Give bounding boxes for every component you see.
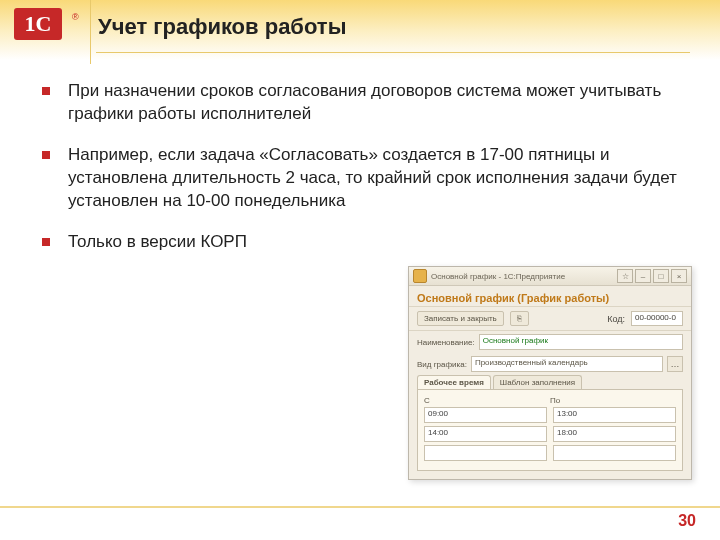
col-from: С xyxy=(424,396,550,405)
bullet-icon xyxy=(42,151,50,159)
time-to-input[interactable]: 18:00 xyxy=(553,426,676,442)
tabs: Рабочее время Шаблон заполнения xyxy=(409,375,691,389)
bullet-list: При назначении сроков согласования догов… xyxy=(42,80,690,254)
code-field[interactable]: 00-00000-0 xyxy=(631,311,683,326)
code-label: Код: xyxy=(607,314,625,324)
slide-title: Учет графиков работы xyxy=(98,14,680,40)
save-close-button[interactable]: Записать и закрыть xyxy=(417,311,504,326)
maximize-button[interactable]: □ xyxy=(653,269,669,283)
logo-mark: 1C xyxy=(14,8,62,40)
bullet-text: Например, если задача «Согласовать» созд… xyxy=(68,144,690,213)
tab-fill-template[interactable]: Шаблон заполнения xyxy=(493,375,582,389)
list-item: Только в версии КОРП xyxy=(42,231,690,254)
tab-pane: С По 09:00 13:00 14:00 18:00 xyxy=(417,389,683,471)
time-from-input[interactable]: 14:00 xyxy=(424,426,547,442)
list-item: Например, если задача «Согласовать» созд… xyxy=(42,144,690,213)
vid-label: Вид графика: xyxy=(417,360,467,369)
table-row: 14:00 18:00 xyxy=(424,426,676,442)
lookup-button[interactable]: … xyxy=(667,356,683,372)
bullet-text: Только в версии КОРП xyxy=(68,231,247,254)
minimize-button[interactable]: – xyxy=(635,269,651,283)
logo: 1C ® xyxy=(14,8,78,56)
table-row: 09:00 13:00 xyxy=(424,407,676,423)
close-button[interactable]: × xyxy=(671,269,687,283)
content: При назначении сроков согласования догов… xyxy=(42,80,690,272)
window-title: Основной график - 1С:Предприятие xyxy=(431,272,617,281)
name-input[interactable]: Основной график xyxy=(479,334,683,350)
registered-icon: ® xyxy=(72,12,79,22)
vid-row: Вид графика: Производственный календарь … xyxy=(409,353,691,375)
window-controls: ☆ – □ × xyxy=(617,269,687,283)
col-to: По xyxy=(550,396,676,405)
time-to-input[interactable] xyxy=(553,445,676,461)
time-from-input[interactable]: 09:00 xyxy=(424,407,547,423)
times-header: С По xyxy=(424,396,676,405)
footer-rule xyxy=(0,506,720,508)
bullet-icon xyxy=(42,238,50,246)
vertical-rule xyxy=(90,0,91,64)
list-item: При назначении сроков согласования догов… xyxy=(42,80,690,126)
star-button[interactable]: ☆ xyxy=(617,269,633,283)
toolbar: Записать и закрыть ⎘ Код: 00-00000-0 xyxy=(409,306,691,331)
slide: 1C ® Учет графиков работы При назначении… xyxy=(0,0,720,540)
time-from-input[interactable] xyxy=(424,445,547,461)
titlebar[interactable]: Основной график - 1С:Предприятие ☆ – □ × xyxy=(409,267,691,286)
save-button[interactable]: ⎘ xyxy=(510,311,529,326)
name-row: Наименование: Основной график xyxy=(409,331,691,353)
bullet-icon xyxy=(42,87,50,95)
title-rule xyxy=(96,52,690,53)
page-number: 30 xyxy=(678,512,696,530)
app-icon xyxy=(413,269,427,283)
app-window: Основной график - 1С:Предприятие ☆ – □ ×… xyxy=(408,266,692,480)
tab-work-time[interactable]: Рабочее время xyxy=(417,375,491,389)
table-row xyxy=(424,445,676,461)
vid-input[interactable]: Производственный календарь xyxy=(471,356,663,372)
bullet-text: При назначении сроков согласования догов… xyxy=(68,80,690,126)
name-label: Наименование: xyxy=(417,338,475,347)
form-title: Основной график (График работы) xyxy=(409,286,691,306)
time-to-input[interactable]: 13:00 xyxy=(553,407,676,423)
